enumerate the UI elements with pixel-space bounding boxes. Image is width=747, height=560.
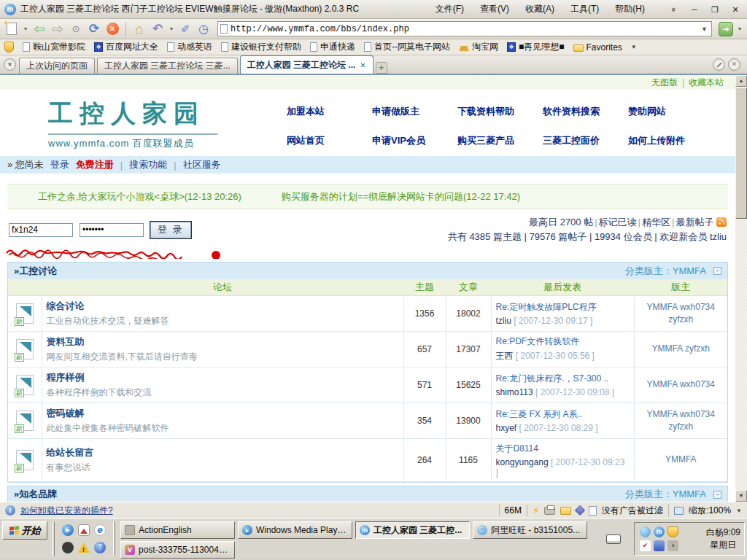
forum-moderators[interactable]: YMMFA zyfzxh (634, 331, 727, 367)
taskbar-task-button[interactable]: 工控人家园 三菱工控... (355, 521, 470, 539)
wrench-icon[interactable] (713, 58, 725, 71)
section-collapse-button[interactable]: - (713, 267, 721, 275)
browser-tab[interactable]: 工控人家园 三菱工控论坛 ... ✕ (240, 55, 374, 74)
section-moderator-link[interactable]: 分类版主：YMMFA (625, 265, 706, 278)
media-player-quick-icon[interactable]: ► (62, 524, 74, 536)
forum-moderators[interactable]: YMMFA wxh0734 zyfzxh (634, 295, 727, 331)
last-post-author[interactable]: tzliu (496, 316, 511, 326)
help-quick-icon[interactable]: ? (94, 542, 106, 553)
forum-link[interactable]: 资料互助 (47, 336, 85, 347)
menu-item[interactable]: 查看(V) (480, 3, 509, 15)
address-bar[interactable]: ▼ (217, 21, 712, 36)
plugin-uninstall-link[interactable]: 如何卸载已安装的插件? (20, 505, 113, 517)
vertical-scrollbar[interactable]: ▲ ▼ (735, 75, 747, 502)
favorites-bar-item[interactable]: Favorites (573, 42, 622, 52)
section-moderator-link[interactable]: 分类版主：YMMFA (625, 488, 706, 501)
taskbar-task-button[interactable]: 阿里旺旺 - b3151005... (473, 521, 587, 539)
zoom-dropdown-icon[interactable]: ▼ (736, 508, 742, 514)
section-collapse-button[interactable]: - (713, 491, 721, 499)
no-image-version-link[interactable]: 无图版 (651, 77, 678, 89)
login-link[interactable]: 登录 (50, 158, 69, 171)
taskbar-task-button[interactable]: ActionEnglish (120, 521, 235, 539)
menu-item[interactable]: 帮助(H) (615, 3, 645, 15)
back-icon[interactable]: ⇦ (32, 21, 47, 37)
printer-icon[interactable] (544, 507, 555, 515)
forum-link[interactable]: 给站长留言 (47, 447, 94, 458)
undo-dropdown-icon[interactable]: ▾ (169, 21, 174, 37)
header-nav-link[interactable]: 加盟本站 (287, 105, 372, 118)
history-clock-icon[interactable]: ◷ (196, 21, 211, 37)
favorites-bar-item[interactable]: 动感英语 (167, 41, 212, 53)
register-link[interactable]: 免费注册 (76, 158, 114, 171)
folder-icon[interactable] (560, 507, 571, 515)
browser-tab[interactable]: 工控人家园 三菱工控论坛 三菱... ✕ (97, 58, 238, 74)
new-tab-icon[interactable] (4, 21, 19, 37)
header-nav-link[interactable]: 软件资料搜索 (543, 105, 628, 118)
keyboard-icon[interactable] (606, 534, 621, 544)
login-button[interactable]: 登 录 (150, 222, 191, 238)
security-tray-icon[interactable] (667, 526, 678, 537)
security-shield-icon[interactable] (4, 42, 14, 52)
favorites-dropdown-icon[interactable]: ▼ (631, 44, 637, 50)
favorites-bar-item[interactable]: 申通快递 (310, 41, 355, 53)
messenger-quick-icon[interactable] (62, 542, 74, 553)
menu-item[interactable]: 收藏(A) (525, 3, 554, 15)
browser-tab[interactable]: 上次访问的页面 ✕ (19, 58, 95, 74)
header-nav-link[interactable]: 购买三菱产品 (457, 134, 543, 147)
taskbar-clock[interactable]: 白杨9:09 星期日 (706, 526, 740, 551)
restore-button[interactable]: ❐ (708, 4, 722, 15)
scrollbar-thumb[interactable] (735, 88, 747, 219)
taskbar-task-button[interactable]: Windows Media Playe... (238, 521, 352, 539)
announcement-link[interactable]: 工作之余,给大家玩个小游戏<桌球>(12-13 20:26) (38, 190, 241, 203)
favorites-bar-item[interactable]: 淘宝网 (459, 41, 498, 53)
alert-quick-icon[interactable] (78, 542, 90, 553)
last-post-link[interactable]: Re:PDF文件转换软件 (496, 335, 630, 348)
image-viewer-quick-icon[interactable] (78, 524, 90, 536)
last-post-author[interactable]: 王西 (496, 351, 514, 361)
forum-link[interactable]: 综合讨论 (47, 300, 85, 311)
header-nav-link[interactable]: 三菱工控面价 (543, 134, 628, 147)
language-bar[interactable] (598, 522, 629, 556)
favorites-bar-item[interactable]: 百度网址大全 (94, 41, 158, 53)
volume-tray-icon[interactable]: ◖ (667, 540, 678, 551)
forward-icon[interactable]: ⇨ (50, 21, 65, 37)
new-tab-dropdown-icon[interactable]: ▾ (23, 21, 28, 37)
refresh-icon[interactable]: ⟳ (87, 21, 101, 37)
forum-moderators[interactable]: YMMFA wxh0734 (634, 367, 727, 402)
community-service-link[interactable]: 社区服务 (183, 158, 221, 171)
username-field[interactable] (9, 223, 73, 237)
menu-item[interactable]: 文件(F) (436, 3, 464, 15)
favorites-star-icon[interactable]: ★ (4, 58, 16, 71)
zoom-level[interactable]: 缩放:100% (689, 505, 731, 517)
site-logo[interactable]: 工控人家园 www.ymmfa.com 百度联盟成员 (48, 97, 217, 150)
mark-read-link[interactable]: 标记已读 (599, 217, 637, 228)
taskbar-task-button[interactable]: post-333755-1130040... (120, 541, 235, 559)
forum-moderators[interactable]: YMMFA wxh0734 zyfzxh (634, 402, 727, 438)
search-function-link[interactable]: 搜索功能 (129, 158, 167, 171)
go-dropdown-icon[interactable]: ▾ (737, 21, 743, 37)
magic-fill-icon[interactable]: ✐ (178, 21, 193, 37)
last-post-link[interactable]: Re:三菱 FX 系列 A系.. (496, 408, 630, 421)
favorites-bar-item[interactable]: 首页--阿莫电子网站 (364, 41, 450, 53)
skin-chevron-icon[interactable]: » (667, 4, 681, 15)
newest-member-link[interactable]: tzliu (710, 231, 727, 242)
header-nav-link[interactable]: 申请VIP会员 (372, 134, 457, 147)
rss-icon[interactable] (716, 217, 727, 227)
header-nav-link[interactable]: 网站首页 (287, 134, 372, 147)
new-tab-button[interactable]: + (376, 62, 387, 74)
header-nav-link[interactable]: 如何上传附件 (628, 134, 713, 147)
scheduler-tray-icon[interactable]: ✔ (640, 540, 651, 551)
zoom-icon[interactable] (674, 507, 684, 515)
tab-close-icon[interactable]: ✕ (360, 61, 365, 69)
favorites-bar-item[interactable]: 建设银行支付帮助 (221, 41, 301, 53)
url-input[interactable] (231, 24, 700, 34)
network-tray-icon[interactable] (654, 540, 665, 551)
bookmark-site-link[interactable]: 收藏本站 (689, 77, 724, 89)
newest-posts-link[interactable]: 最新帖子 (676, 217, 713, 228)
last-post-link[interactable]: Re:龙门铣床程序.，S7-300 .. (496, 373, 630, 385)
home-icon[interactable]: ⌂ (132, 21, 147, 37)
announcement-link[interactable]: 购买服务器的计划==彻底解决网站卡的问题(12-22 17:42) (282, 190, 520, 203)
maxthon-tray-icon[interactable]: m (654, 526, 665, 537)
scroll-down-arrow[interactable]: ▼ (735, 490, 747, 502)
favorites-bar-item[interactable]: 鞍山宽带影院 (23, 41, 85, 53)
